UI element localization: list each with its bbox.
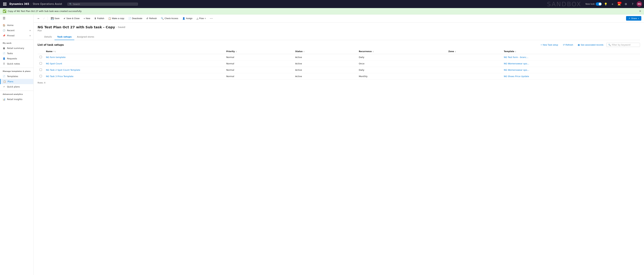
task-link-0[interactable]: NG form template: [46, 56, 66, 58]
new-look-switch[interactable]: [596, 2, 602, 6]
recent-chevron: ∨: [30, 29, 31, 31]
content-area: ← ⤢ 💾 Save ✔ Save & Close + New ⬆ Publis…: [34, 14, 644, 275]
share-button[interactable]: ↗ Share ∨: [626, 16, 641, 21]
recent-icon: 🕐: [3, 29, 5, 32]
col-zone[interactable]: Zone ↓: [446, 49, 502, 54]
notifications-button[interactable]: 🔔 99+: [616, 1, 622, 7]
publish-icon: ⬆: [94, 17, 96, 20]
row-checkbox-3[interactable]: [40, 75, 42, 77]
quick-plans-label: Quick plans: [7, 85, 31, 88]
search-input[interactable]: [73, 3, 136, 5]
row-checkbox-0[interactable]: [40, 56, 42, 58]
page-title-row: NG Test Plan Oct 27 with Sub task - Copy…: [38, 25, 640, 29]
global-search[interactable]: 🔍: [68, 3, 138, 5]
brand-app[interactable]: Store Operations Assist: [33, 2, 62, 5]
row-checkbox-cell: [38, 73, 44, 80]
refresh-button[interactable]: ↺ Refresh: [144, 16, 158, 21]
col-name[interactable]: Name ↑↓: [44, 49, 224, 54]
tab-task-setups[interactable]: Task setups: [54, 34, 74, 40]
expand-button[interactable]: ⤢: [42, 16, 46, 21]
template-link-2[interactable]: NG Womenswear spo...: [504, 69, 529, 71]
home-icon: 🏠: [3, 24, 5, 26]
sidebar-divider-2: [0, 68, 33, 68]
col-template[interactable]: Template ↓: [502, 49, 640, 54]
template-link-0[interactable]: NG Test form - branc...: [504, 56, 528, 58]
refresh-label: Refresh: [149, 17, 157, 19]
notification-count: 99+: [617, 2, 622, 4]
new-task-setup-button[interactable]: + New Task setup: [539, 43, 560, 47]
assign-button[interactable]: 👤 Assign: [180, 16, 194, 21]
brand-separator: |: [30, 3, 31, 5]
sidebar-item-home[interactable]: 🏠 Home: [0, 23, 33, 28]
sidebar-divider-3: [0, 91, 33, 91]
tab-assigned-stores[interactable]: Assigned stores: [74, 34, 97, 40]
user-avatar[interactable]: MS: [636, 1, 642, 7]
sidebar-item-plans[interactable]: 📋 Plans: [0, 79, 33, 84]
see-associated-button[interactable]: ▦ See associated records: [576, 43, 605, 47]
row-priority-2: Normal: [224, 67, 293, 73]
row-template-0: NG Test form - branc...: [502, 54, 640, 60]
brand-d365[interactable]: Dynamics 365: [10, 2, 29, 5]
row-priority-1: Normal: [224, 60, 293, 67]
sidebar-item-recent[interactable]: 🕐 Recent ∨: [0, 28, 33, 33]
sidebar-toggle[interactable]: ☰: [0, 14, 33, 22]
list-refresh-button[interactable]: ↺ Refresh: [561, 43, 575, 47]
row-checkbox-2[interactable]: [40, 68, 42, 71]
col-status[interactable]: Status ↓: [293, 49, 357, 54]
retail-summary-icon: ▦: [3, 47, 5, 49]
share-icon: ↗: [628, 17, 630, 19]
manage-section: 📄 Templates 📋 Plans ⚡ Quick plans: [0, 73, 33, 90]
check-access-label: Check Access: [164, 17, 178, 19]
save-button[interactable]: 💾 Save: [49, 16, 61, 21]
check-access-icon: 🔍: [161, 17, 164, 20]
new-button[interactable]: + New: [82, 16, 92, 21]
filter-box[interactable]: 🔍 Filter by keyword: [606, 43, 640, 47]
template-link-3[interactable]: NG Shoes Price Update: [504, 75, 529, 78]
task-link-3[interactable]: NG Task 3 Price Template: [46, 75, 74, 78]
toggle-knob: [599, 3, 602, 5]
more-options-button[interactable]: ⋯: [208, 16, 214, 21]
help-button[interactable]: ?: [630, 1, 635, 7]
col-template-label: Template: [504, 50, 514, 53]
row-priority-0: Normal: [224, 54, 293, 60]
row-checkbox-1[interactable]: [40, 62, 42, 64]
row-name-1: NG Spot Count: [44, 60, 224, 67]
col-recurrence[interactable]: Recurrence ↓: [357, 49, 446, 54]
make-copy-button[interactable]: 📋 Make a copy: [106, 16, 126, 21]
settings-button[interactable]: ⚙: [623, 1, 628, 7]
sidebar-item-retail-summary[interactable]: ▦ Retail summary: [0, 45, 33, 51]
waffle-menu[interactable]: [2, 1, 8, 7]
sidebar-item-tasks[interactable]: 📄 Tasks: [0, 51, 33, 56]
sidebar-item-templates[interactable]: 📄 Templates: [0, 74, 33, 79]
success-message: Copy of NG Test Plan Oct 27 with Sub tas…: [8, 10, 638, 12]
flow-button[interactable]: △ Flow ∨: [195, 16, 208, 21]
sidebar-item-quick-notes[interactable]: 🗒 Quick notes: [0, 61, 33, 66]
lightbulb-button[interactable]: 💡: [603, 1, 608, 7]
sidebar-item-requests[interactable]: 👤 Requests: [0, 56, 33, 61]
task-link-1[interactable]: NG Spot Count: [46, 62, 62, 65]
sidebar-item-retail-insights[interactable]: 📊 Retail insights: [0, 97, 33, 102]
template-link-1[interactable]: NG Womenswear spo...: [504, 62, 529, 65]
sidebar-item-quick-plans[interactable]: ⚡ Quick plans: [0, 84, 33, 89]
plus-button[interactable]: +: [610, 1, 615, 7]
tab-details[interactable]: Details: [42, 34, 54, 40]
deactivate-button[interactable]: 📄 Deactivate: [126, 16, 144, 21]
publish-button[interactable]: ⬆ Publish: [92, 16, 106, 21]
col-priority[interactable]: Priority ↓: [224, 49, 293, 54]
search-icon: 🔍: [69, 3, 72, 5]
back-button[interactable]: ←: [36, 16, 41, 21]
new-icon: +: [84, 17, 85, 20]
task-link-2[interactable]: NG Task 2 Spot Count Template: [46, 69, 80, 71]
check-access-button[interactable]: 🔍 Check Access: [159, 16, 180, 21]
table-row: NG Spot Count Normal Active Once NG Wome…: [38, 60, 640, 67]
close-banner-button[interactable]: ✕: [639, 9, 641, 13]
requests-label: Requests: [7, 57, 31, 60]
new-task-setup-label: New Task setup: [543, 43, 558, 46]
flow-label: Flow: [199, 17, 204, 19]
nav-arrows: ← ⤢: [36, 16, 46, 21]
flow-chevron-icon: ∨: [204, 17, 206, 19]
col-recurrence-sort-icon: ↓: [372, 51, 374, 52]
sidebar-item-pinned[interactable]: 📌 Pinned ∨: [0, 33, 33, 38]
list-refresh-icon: ↺: [563, 43, 565, 46]
save-close-button[interactable]: ✔ Save & Close: [62, 16, 81, 21]
